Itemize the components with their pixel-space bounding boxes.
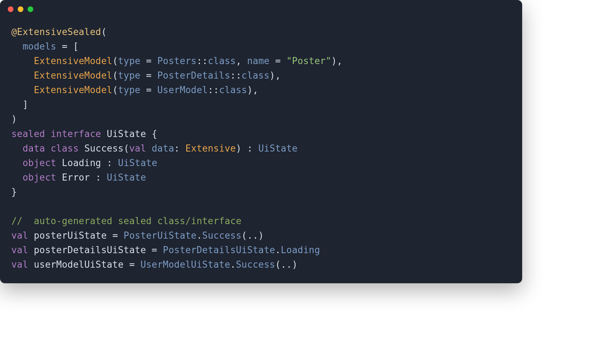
uistate: UiState bbox=[107, 129, 146, 139]
colon-4: : bbox=[96, 172, 101, 183]
annotation: @ExtensiveSealed bbox=[11, 27, 101, 37]
posteruistate-type: PosterUiState bbox=[124, 230, 196, 241]
interface-kw: interface bbox=[51, 129, 101, 139]
sealed-kw: sealed bbox=[11, 129, 45, 139]
class-kw-3: class bbox=[219, 85, 247, 95]
open-bracket: [ bbox=[73, 41, 79, 52]
param-name: name bbox=[247, 56, 269, 66]
comment: // auto-generated sealed class/interface bbox=[11, 216, 241, 226]
open-paren-7: ( bbox=[275, 259, 281, 270]
close-paren-3: ) bbox=[269, 70, 275, 81]
comma-2: , bbox=[337, 56, 343, 66]
uistate-ref-1: UiState bbox=[258, 143, 298, 154]
eq-4: = bbox=[141, 70, 158, 81]
colon-3: : bbox=[107, 158, 113, 168]
dots-1: .. bbox=[247, 230, 258, 241]
posterdetailsuistate-var: posterDetailsUiState bbox=[34, 245, 146, 255]
comma-1: , bbox=[236, 56, 241, 66]
close-paren-4: ) bbox=[247, 85, 253, 95]
posteruistate-var: posterUiState bbox=[34, 230, 107, 241]
open-paren-5: ( bbox=[124, 143, 129, 154]
uistate-ref-3: UiState bbox=[107, 172, 146, 183]
open-paren-3: ( bbox=[112, 70, 118, 81]
eq-5: = bbox=[141, 85, 158, 95]
class-kw-1: class bbox=[208, 56, 236, 66]
maximize-icon[interactable] bbox=[28, 6, 33, 12]
class-kw-2: class bbox=[241, 70, 269, 81]
param-type-1: type bbox=[118, 56, 140, 66]
object-kw-1: object bbox=[23, 158, 56, 168]
extensive-model-2: ExtensiveModel bbox=[34, 70, 112, 81]
window-titlebar bbox=[0, 0, 522, 15]
dot-1: . bbox=[196, 230, 202, 241]
string-poster: Poster bbox=[292, 56, 326, 66]
loading-member: Loading bbox=[281, 245, 320, 255]
close-paren-6: ) bbox=[258, 230, 264, 241]
val-kw-3: val bbox=[11, 245, 28, 255]
close-brace: } bbox=[11, 187, 17, 197]
extensive-type: Extensive bbox=[186, 143, 236, 154]
usermodeluistate-var: userModelUiState bbox=[34, 259, 124, 270]
error-obj: Error bbox=[62, 172, 90, 183]
eq-8: = bbox=[129, 259, 135, 270]
coloncolon-2: :: bbox=[230, 70, 241, 81]
uistate-ref-2: UiState bbox=[118, 158, 157, 168]
eq-7: = bbox=[152, 245, 157, 255]
coloncolon-3: :: bbox=[208, 85, 219, 95]
close-paren-2: ) bbox=[331, 56, 337, 66]
colon-2: : bbox=[247, 143, 253, 154]
dot-2: . bbox=[275, 245, 281, 255]
posterdetails-type: PosterDetails bbox=[157, 70, 230, 81]
object-kw-2: object bbox=[23, 172, 56, 183]
loading-obj: Loading bbox=[62, 158, 101, 168]
success-member-1: Success bbox=[202, 230, 241, 241]
param-type-2: type bbox=[118, 70, 140, 81]
posterdetailsuistate-type: PosterDetailsUiState bbox=[163, 245, 275, 255]
colon-1: : bbox=[174, 143, 180, 154]
data-param: data bbox=[152, 143, 174, 154]
string-open-1: " bbox=[286, 56, 292, 66]
success-member-2: Success bbox=[236, 259, 275, 270]
val-kw-4: val bbox=[11, 259, 28, 270]
eq: = bbox=[56, 41, 73, 52]
data-kw: data bbox=[23, 143, 45, 154]
code-window: @ExtensiveSealed( models = [ ExtensiveMo… bbox=[0, 0, 522, 283]
string-close-1: " bbox=[326, 56, 331, 66]
dots-2: .. bbox=[281, 259, 292, 270]
extensive-model-3: ExtensiveModel bbox=[34, 85, 112, 95]
class-kw-decl: class bbox=[51, 143, 79, 154]
eq-3: = bbox=[269, 56, 286, 66]
close-bracket: ] bbox=[23, 99, 28, 110]
open-paren-6: ( bbox=[241, 230, 247, 241]
code-body: @ExtensiveSealed( models = [ ExtensiveMo… bbox=[0, 15, 522, 283]
usermodel-type: UserModel bbox=[157, 85, 208, 95]
coloncolon-1: :: bbox=[196, 56, 208, 66]
close-paren-1: ) bbox=[11, 114, 17, 124]
close-paren-7: ) bbox=[292, 259, 298, 270]
comma-4: , bbox=[253, 85, 258, 95]
extensive-model-1: ExtensiveModel bbox=[34, 56, 112, 66]
dot-3: . bbox=[230, 259, 236, 270]
close-paren-5: ) bbox=[236, 143, 241, 154]
param-models: models bbox=[23, 41, 56, 52]
open-paren: ( bbox=[101, 27, 107, 37]
success-class: Success bbox=[84, 143, 124, 154]
open-paren-2: ( bbox=[112, 56, 118, 66]
eq-6: = bbox=[112, 230, 118, 241]
param-type-3: type bbox=[118, 85, 140, 95]
comma-3: , bbox=[275, 70, 281, 81]
usermodeluistate-type: UserModelUiState bbox=[141, 259, 230, 270]
open-paren-4: ( bbox=[112, 85, 118, 95]
eq-2: = bbox=[141, 56, 158, 66]
open-brace: { bbox=[152, 129, 157, 139]
posters-type: Posters bbox=[157, 56, 196, 66]
close-icon[interactable] bbox=[8, 6, 13, 12]
minimize-icon[interactable] bbox=[18, 6, 23, 12]
val-kw-2: val bbox=[11, 230, 28, 241]
val-kw-1: val bbox=[129, 143, 146, 154]
